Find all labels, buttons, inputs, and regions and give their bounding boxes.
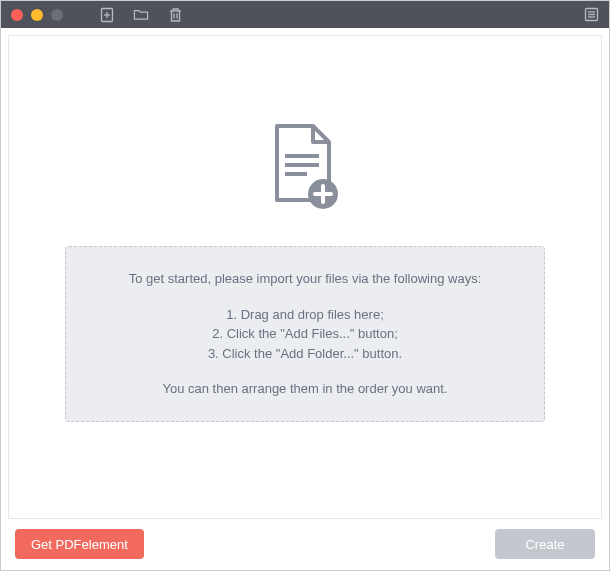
toolbar bbox=[99, 7, 183, 23]
instruction-intro: To get started, please import your files… bbox=[86, 269, 524, 289]
footer: Get PDFelement Create bbox=[1, 526, 609, 570]
list-view-icon[interactable] bbox=[583, 7, 599, 23]
close-window-button[interactable] bbox=[11, 9, 23, 21]
titlebar bbox=[1, 1, 609, 28]
add-file-icon[interactable] bbox=[99, 7, 115, 23]
delete-icon[interactable] bbox=[167, 7, 183, 23]
minimize-window-button[interactable] bbox=[31, 9, 43, 21]
get-pdfelement-button[interactable]: Get PDFelement bbox=[15, 529, 144, 559]
titlebar-right bbox=[583, 7, 599, 23]
instruction-step-1: 1. Drag and drop files here; bbox=[86, 305, 524, 325]
instruction-list: 1. Drag and drop files here; 2. Click th… bbox=[86, 305, 524, 364]
app-window: To get started, please import your files… bbox=[0, 0, 610, 571]
instruction-step-2: 2. Click the "Add Files..." button; bbox=[86, 324, 524, 344]
add-folder-icon[interactable] bbox=[133, 7, 149, 23]
main-content[interactable]: To get started, please import your files… bbox=[8, 35, 602, 519]
instruction-box: To get started, please import your files… bbox=[65, 246, 545, 422]
instruction-step-3: 3. Click the "Add Folder..." button. bbox=[86, 344, 524, 364]
instruction-outro: You can then arrange them in the order y… bbox=[86, 379, 524, 399]
add-document-icon bbox=[269, 122, 341, 216]
window-controls bbox=[11, 9, 63, 21]
create-button: Create bbox=[495, 529, 595, 559]
maximize-window-button[interactable] bbox=[51, 9, 63, 21]
